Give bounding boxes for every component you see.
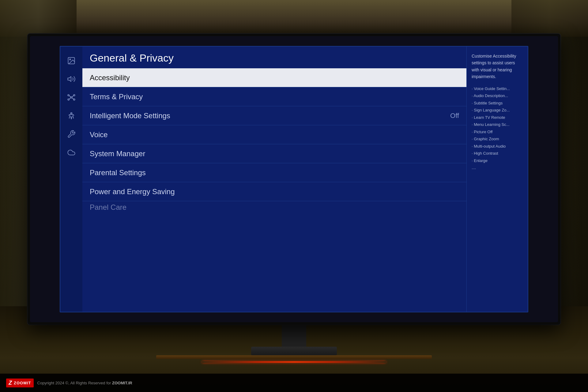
svg-line-10 [69,98,71,99]
svg-line-9 [72,96,74,97]
wall-top [0,0,588,37]
zoomit-logo: Z ZOOMIT [6,379,34,387]
info-item-9: · Multi-output Audio [472,143,523,150]
sidebar-icon-support[interactable] [63,126,79,142]
info-items: · Voice Guide Settin... · Audio Descript… [472,85,523,172]
info-item-2: · Audio Description... [472,92,523,100]
tv-stand-neck [282,325,306,347]
led-strip [202,361,386,363]
menu-item-terms-label: Terms & Privacy [90,92,143,101]
menu-item-system[interactable]: System Manager [82,144,466,163]
info-item-8: · Graphic Zoom [472,135,523,143]
sidebar-icon-picture[interactable] [63,53,79,69]
menu-item-parental-label: Parental Settings [90,168,146,177]
zoomit-logo-z: Z [9,380,12,386]
info-item-6: · Menu Learning Sc... [472,121,523,128]
sidebar-icon-sound[interactable] [63,71,79,87]
svg-marker-2 [68,77,71,81]
svg-line-8 [69,96,71,97]
page-title: General & Privacy [90,52,459,64]
menu-list: Accessibility Terms & Privacy Intelligen… [82,68,466,312]
info-item-5: · Learn TV Remote [472,114,523,121]
svg-point-12 [71,113,72,114]
menu-item-voice-label: Voice [90,130,108,139]
menu-item-intelligent-label: Intelligent Mode Settings [90,111,170,120]
menu-item-accessibility[interactable]: Accessibility [82,68,466,87]
sidebar [60,47,82,312]
info-item-11: · Enlarge [472,157,523,164]
copyright-prefix: Copyright 2024 ©, All Rights Reserved fo… [37,381,112,385]
copyright-text: Copyright 2024 ©, All Rights Reserved fo… [37,381,132,385]
info-description: Customise Accessibility settings to assi… [472,53,523,80]
menu-item-power[interactable]: Power and Energy Saving [82,182,466,201]
sidebar-icon-general[interactable] [63,145,79,160]
info-item-3: · Subtitle Settings [472,100,523,107]
svg-point-1 [70,59,71,60]
sidebar-icon-network[interactable] [63,89,79,105]
sidebar-icon-accessibility[interactable] [63,108,79,124]
menu-item-accessibility-label: Accessibility [90,74,130,82]
info-item-4: · Sign Language Zo... [472,107,523,114]
info-item-10: · High Contrast [472,150,523,157]
menu-item-power-label: Power and Energy Saving [90,187,175,196]
menu-item-voice[interactable]: Voice [82,125,466,144]
shelf [156,355,432,359]
copyright-brand: ZOOMIT.IR [112,381,132,385]
bottom-bar: Z ZOOMIT Copyright 2024 ©, All Rights Re… [0,374,588,392]
settings-panel: General & Privacy Accessibility Terms & … [60,46,528,312]
menu-item-panel[interactable]: Panel Care [82,201,466,213]
menu-item-intelligent[interactable]: Intelligent Mode Settings Off [82,106,466,125]
tv-stand-base [251,347,337,355]
page-title-bar: General & Privacy [82,47,466,68]
main-content: General & Privacy Accessibility Terms & … [82,47,466,312]
info-item-1: · Voice Guide Settin... [472,85,523,92]
menu-item-terms[interactable]: Terms & Privacy [82,87,466,106]
zoomit-logo-text: ZOOMIT [14,381,31,385]
info-panel: Customise Accessibility settings to assi… [466,47,528,312]
menu-item-intelligent-value: Off [450,112,459,120]
menu-item-system-label: System Manager [90,149,145,158]
menu-item-panel-label: Panel Care [90,203,126,212]
menu-item-parental[interactable]: Parental Settings [82,163,466,182]
info-item-7: · Picture Off [472,128,523,136]
svg-line-11 [72,98,74,99]
info-item-12: .... [472,164,523,172]
